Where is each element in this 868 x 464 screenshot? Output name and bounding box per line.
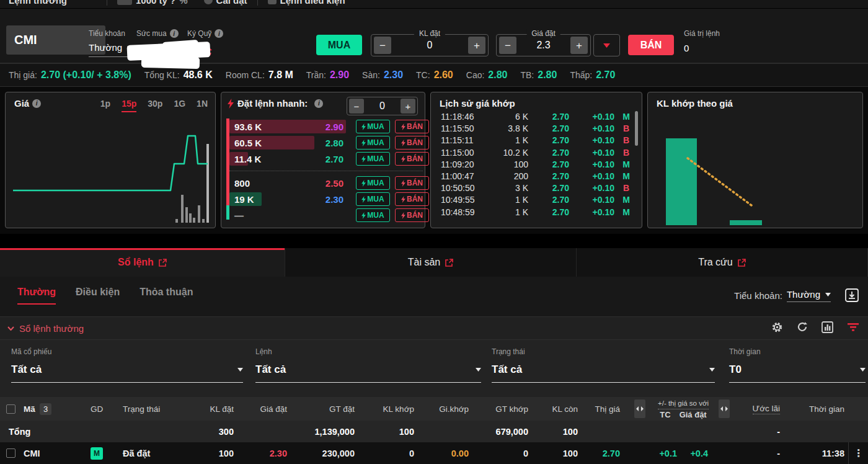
ladder-spread-divider: [229, 167, 423, 175]
price-value[interactable]: 2.3: [536, 40, 550, 51]
redaction-blob: [141, 56, 200, 69]
refresh-icon[interactable]: [797, 321, 808, 335]
chevron-down-icon: [603, 43, 610, 48]
ladder-volume: 11.4 K: [234, 154, 261, 164]
subtab-condition[interactable]: Điều kiện: [76, 287, 120, 305]
tab-15p[interactable]: 15p: [122, 99, 136, 112]
chart-columns-icon[interactable]: [822, 321, 833, 336]
scrollbar[interactable]: [635, 111, 638, 146]
quick-order-ladder: 93.6 K 2.90 MUA BÁN 60.5 K 2.80 MUA BÁN …: [229, 118, 423, 223]
quick-qty-value[interactable]: 0: [379, 100, 385, 112]
header-kl-con: KL còn: [533, 397, 578, 421]
filter-icon[interactable]: [847, 323, 859, 334]
match-row: 11:09:201002.70+0.10M: [431, 159, 643, 171]
external-link-icon: [445, 259, 453, 267]
header-kl-dat: KL đặt: [175, 397, 234, 421]
subtab-normal[interactable]: Thường: [17, 287, 56, 305]
price-plus-button[interactable]: +: [570, 37, 588, 54]
nav-label: Cài đặt: [216, 0, 247, 6]
price-type-dropdown[interactable]: [593, 34, 620, 56]
match-row: 10:48:591 K2.70+0.10M: [431, 207, 643, 218]
filter-order-type[interactable]: Lệnh Tất cả: [255, 347, 481, 383]
sell-button[interactable]: BÁN: [628, 35, 674, 55]
quick-sell-button[interactable]: BÁN: [395, 136, 429, 149]
ladder-volume: 800: [234, 178, 250, 189]
filter-value: Tất cả: [11, 364, 42, 376]
quantity-minus-button[interactable]: −: [374, 37, 391, 54]
cell-gd: M: [91, 442, 115, 464]
select-all-checkbox[interactable]: [6, 404, 16, 414]
sub-account-value: Thường: [89, 42, 122, 53]
price-label: Giá đặt: [526, 29, 560, 38]
tab-assets[interactable]: Tài sản: [285, 248, 577, 277]
subtab-agreement[interactable]: Thỏa thuận: [140, 287, 193, 305]
stat-low: Thấp:2.70: [570, 69, 615, 81]
quick-qty-minus-button[interactable]: −: [349, 99, 364, 114]
tab-1g[interactable]: 1G: [174, 99, 185, 112]
info-icon[interactable]: i: [170, 29, 179, 38]
info-icon[interactable]: i: [215, 29, 223, 38]
quick-buy-button[interactable]: MUA: [356, 152, 390, 166]
filter-bar: Mã cổ phiếu Tất cả Lệnh Tất cả Trạng thá…: [0, 340, 868, 397]
quick-buy-button[interactable]: MUA: [356, 208, 390, 222]
quick-sell-button[interactable]: BÁN: [395, 176, 429, 190]
quick-buy-button[interactable]: MUA: [356, 120, 390, 133]
filter-stock-code[interactable]: Mã cổ phiếu Tất cả: [11, 347, 243, 383]
section-collapse-toggle[interactable]: Sổ lệnh thường: [7, 323, 84, 334]
tab-1n[interactable]: 1N: [197, 99, 208, 112]
row-menu-button[interactable]: ⋮: [848, 442, 868, 464]
column-splitter[interactable]: [717, 397, 732, 421]
volume-by-price-panel: KL khớp theo giá: [647, 92, 863, 228]
tab-lookup[interactable]: Tra cứu: [577, 248, 868, 277]
panel-title: Đặt lệnh nhanh: i: [228, 98, 323, 109]
header-gi-khop: Gi.khớp: [419, 397, 469, 421]
section-gap: [0, 234, 868, 248]
ladder-volume: 93.6 K: [234, 122, 262, 132]
quick-buy-button[interactable]: MUA: [356, 176, 390, 190]
ladder-price: 2.70: [326, 154, 343, 164]
tab-30p[interactable]: 30p: [148, 99, 162, 112]
filter-label: Trạng thái: [492, 347, 715, 356]
quick-sell-button[interactable]: BÁN: [395, 192, 429, 206]
row-count-badge: 3: [40, 397, 55, 421]
quick-buy-button[interactable]: MUA: [356, 136, 390, 149]
price-minus-button[interactable]: −: [499, 37, 516, 54]
match-row: 11:00:472002.70+0.10M: [431, 171, 643, 182]
info-icon[interactable]: i: [32, 99, 41, 108]
quick-sell-button[interactable]: BÁN: [395, 152, 429, 166]
nav-item-conditional-order[interactable]: Lệnh điều kiện: [268, 0, 345, 6]
ladder-row: 93.6 K 2.90 MUA BÁN: [229, 118, 423, 135]
filter-status[interactable]: Trạng thái Tất cả: [492, 347, 715, 383]
download-icon[interactable]: [844, 288, 859, 305]
ladder-volume: 19 K: [234, 194, 254, 205]
info-icon[interactable]: i: [314, 99, 323, 108]
quick-sell-button[interactable]: BÁN: [395, 208, 429, 222]
gear-icon[interactable]: [771, 321, 783, 336]
order-value-label: Giá trị lệnh: [684, 29, 720, 38]
column-splitter[interactable]: [632, 397, 647, 421]
ticker-value: CMI: [14, 33, 37, 47]
ladder-volume: —: [234, 210, 244, 221]
quantity-plus-button[interactable]: +: [468, 37, 485, 54]
chevron-down-icon: [476, 368, 481, 372]
tab-order-book[interactable]: Sổ lệnh: [0, 248, 285, 277]
quick-qty-plus-button[interactable]: +: [401, 99, 415, 114]
row-checkbox[interactable]: [6, 448, 16, 458]
nav-item-balance[interactable]: 1000 tỷ ? %: [117, 0, 188, 6]
quantity-value[interactable]: 0: [427, 40, 433, 51]
nav-item-normal-order[interactable]: Lệnh thường: [9, 0, 67, 6]
buy-button[interactable]: MUA: [316, 35, 362, 55]
total-kl-khop: 100: [360, 421, 414, 442]
filter-time[interactable]: Thời gian T0: [729, 347, 866, 383]
lightning-icon: [361, 140, 366, 146]
match-row: 10:49:551 K2.70+0.10M: [431, 194, 643, 206]
account-selector[interactable]: Tiểu khoản: Thường: [734, 289, 831, 302]
nav-item-settings[interactable]: Cài đặt: [204, 0, 247, 6]
quick-sell-button[interactable]: BÁN: [395, 120, 429, 133]
lightning-icon: [361, 123, 366, 130]
ladder-row: — MUA BÁN: [229, 207, 423, 223]
tab-label: Sổ lệnh: [118, 257, 154, 268]
quick-buy-button[interactable]: MUA: [356, 192, 390, 206]
table-row[interactable]: CMI M Đã đặt 100 2.30 230,000 0 0.00 0 1…: [0, 442, 868, 464]
tab-1p[interactable]: 1p: [100, 99, 110, 112]
